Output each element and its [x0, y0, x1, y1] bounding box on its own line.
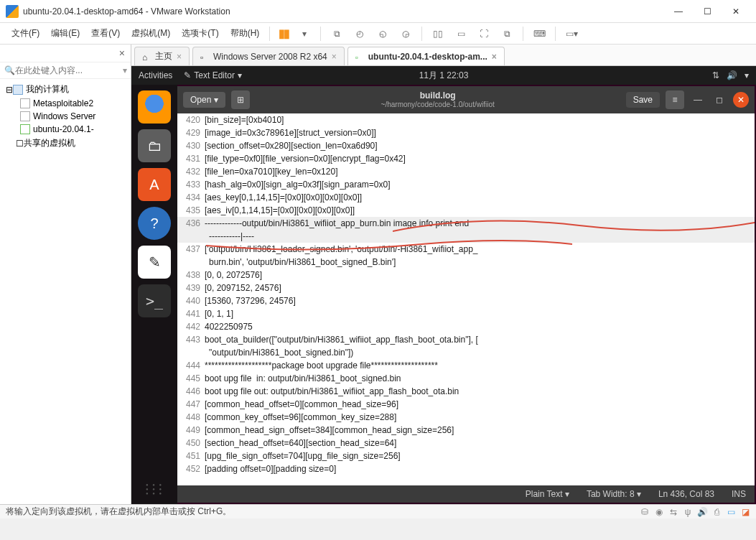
editor-line[interactable]: 444********************package boot upgr… — [177, 359, 755, 372]
vm-icon: ▫ — [200, 52, 209, 61]
editor-line[interactable]: 451[upg_file_sign_offset=704][upg_file_s… — [177, 450, 755, 462]
toolbar-btn-6[interactable]: ▭ — [451, 25, 471, 42]
dropdown-icon[interactable]: ▾ — [123, 65, 127, 75]
tree-vm-ubuntu[interactable]: ubuntu-20.04.1- — [0, 123, 131, 136]
hamburger-menu-icon[interactable]: ≡ — [666, 90, 684, 109]
minimize-icon[interactable]: — — [690, 92, 706, 108]
menu-file[interactable]: 文件(F) — [6, 24, 45, 42]
editor-line[interactable]: 432[file_len=0xa7010][key_len=0x120] — [177, 165, 755, 178]
maximize-icon[interactable]: ◻ — [711, 92, 727, 108]
dock-terminal-icon[interactable]: >_ — [138, 284, 171, 317]
sidebar-close-icon[interactable]: × — [116, 47, 128, 59]
device-net-icon[interactable]: ⇆ — [668, 507, 678, 517]
editor-line[interactable]: 449[common_head_sign_offset=384][common_… — [177, 424, 755, 437]
menu-vm[interactable]: 虚拟机(M) — [126, 24, 176, 42]
status-insert[interactable]: INS — [732, 489, 746, 499]
editor-line[interactable]: 435[aes_iv[0,1,14,15]=[0x0][0x0][0x0][0x… — [177, 204, 755, 217]
editor-line[interactable]: 450[section_head_offset=640][section_hea… — [177, 437, 755, 450]
tree-vm-windows[interactable]: Windows Server — [0, 110, 131, 123]
editor-line[interactable]: 446boot upg file out: output/bin/Hi3861_… — [177, 385, 755, 398]
gedit-text-area[interactable]: 420[bin_size]=[0xb4010]429[image_id=0x3c… — [177, 113, 755, 485]
device-hdd-icon[interactable]: ⛁ — [640, 507, 650, 517]
vmware-statusbar: 将输入定向到该虚拟机，请在虚拟机内部单击或按 Ctrl+G。 ⛁ ◉ ⇆ ψ 🔊… — [0, 504, 756, 518]
tree-mycomputer[interactable]: ⊟ 我的计算机 — [0, 82, 131, 97]
editor-line[interactable]: 439[0, 2097152, 24576] — [177, 281, 755, 294]
close-icon[interactable]: ✕ — [733, 92, 749, 108]
editor-line[interactable]: 441[0, 1, 1] — [177, 307, 755, 320]
close-icon[interactable]: × — [492, 52, 497, 62]
device-usb-icon[interactable]: ψ — [683, 507, 693, 517]
toolbar-btn-10[interactable]: ▭▾ — [561, 25, 582, 42]
network-icon[interactable]: ⇅ — [712, 70, 719, 80]
close-button[interactable]: ✕ — [722, 1, 750, 22]
ubuntu-desktop[interactable]: Activities ✎Text Editor▾ 11月 1 22:03 ⇅ 🔊… — [131, 66, 756, 504]
editor-line[interactable]: 429[image_id=0x3c78961e][struct_version=… — [177, 126, 755, 139]
activities-button[interactable]: Activities — [139, 70, 172, 80]
app-menu[interactable]: ✎Text Editor▾ — [184, 70, 242, 80]
tab-ubuntu[interactable]: ▫ubuntu-20.04.1-desktop-am...× — [347, 47, 505, 65]
status-language[interactable]: Plain Text ▾ — [526, 489, 569, 499]
editor-line[interactable]: 438[0, 0, 2072576] — [177, 269, 755, 281]
volume-icon[interactable]: 🔊 — [727, 70, 737, 80]
editor-line[interactable]: 452[padding offset=0][padding size=0] — [177, 462, 755, 475]
toolbar-btn-9[interactable]: ⌨ — [529, 25, 549, 42]
editor-line[interactable]: 443boot_ota_builder(["output/bin/Hi3861_… — [177, 333, 755, 346]
tree-vm-metasploit[interactable]: Metasploitable2 — [0, 97, 131, 110]
clock[interactable]: 11月 1 22:03 — [419, 70, 469, 82]
editor-line[interactable]: 430[section_offset=0x280][section_len=0x… — [177, 139, 755, 152]
editor-line[interactable]: 431[file_type=0xf0][file_version=0x0][en… — [177, 152, 755, 165]
dock-help-icon[interactable]: ? — [138, 207, 171, 240]
tab-home[interactable]: ⌂主页× — [134, 47, 190, 65]
search-input[interactable] — [15, 65, 123, 75]
pause-icon[interactable]: ▮▮ — [279, 27, 289, 40]
save-button[interactable]: Save — [626, 92, 660, 108]
device-display-icon[interactable]: ▭ — [726, 507, 736, 517]
editor-line[interactable]: 434[aes_key[0,1,14,15]=[0x0][0x0][0x0][0… — [177, 191, 755, 204]
tab-windows[interactable]: ▫Windows Server 2008 R2 x64× — [192, 47, 345, 65]
search-icon: 🔍 — [4, 65, 15, 75]
menu-help[interactable]: 帮助(H) — [225, 24, 266, 42]
editor-line[interactable]: 440[15360, 737296, 24576] — [177, 294, 755, 307]
toolbar-btn-2[interactable]: ◴ — [350, 25, 370, 42]
gedit-header: Open ▾ ⊞ build.log ~/harmony/code/code-1… — [177, 86, 755, 113]
editor-line[interactable]: 4424022250975 — [177, 320, 755, 333]
menu-view[interactable]: 查看(V) — [85, 24, 126, 42]
vm-on-icon — [20, 124, 30, 134]
minimize-button[interactable]: — — [664, 1, 693, 22]
dock-software-icon[interactable]: A — [138, 168, 171, 201]
vm-area: ⌂主页× ▫Windows Server 2008 R2 x64× ▫ubunt… — [131, 45, 756, 504]
toolbar-btn-3[interactable]: ◵ — [373, 25, 393, 42]
toolbar-btn-5[interactable]: ▯▯ — [428, 25, 448, 42]
device-cd-icon[interactable]: ◉ — [654, 507, 664, 517]
menu-edit[interactable]: 编辑(E) — [45, 24, 85, 42]
sidebar-search[interactable]: 🔍 ▾ — [0, 62, 131, 79]
tree-shared[interactable]: ☐ 共享的虚拟机 — [0, 136, 131, 151]
toolbar-btn-1[interactable]: ⧉ — [327, 25, 347, 42]
dock-apps-icon[interactable]: ● ● ●● ● ●● ● ● — [146, 483, 163, 495]
editor-line[interactable]: 445boot upg file in: output/bin/Hi3861_b… — [177, 372, 755, 385]
close-icon[interactable]: × — [177, 52, 182, 62]
device-misc-icon[interactable]: ◪ — [740, 507, 750, 517]
dock-files-icon[interactable]: 🗀 — [138, 129, 171, 162]
dropdown-icon[interactable]: ▾ — [294, 25, 314, 42]
menu-tabs[interactable]: 选项卡(T) — [176, 24, 224, 42]
editor-line[interactable]: 447[common_head_offset=0][common_head_si… — [177, 398, 755, 411]
device-sound-icon[interactable]: 🔊 — [697, 507, 707, 517]
toolbar-btn-8[interactable]: ⧉ — [497, 25, 517, 42]
new-tab-button[interactable]: ⊞ — [231, 90, 250, 109]
status-tabwidth[interactable]: Tab Width: 8 ▾ — [587, 489, 641, 499]
dock-firefox-icon[interactable] — [138, 90, 171, 124]
editor-line[interactable]: 420[bin_size]=[0xb4010] — [177, 113, 755, 126]
editor-line[interactable]: 433[hash_alg=0x0][sign_alg=0x3f][sign_pa… — [177, 178, 755, 191]
toolbar-btn-7[interactable]: ⛶ — [474, 25, 494, 42]
editor-line[interactable]: 437['output/bin/Hi3861_loader_signed.bin… — [177, 243, 755, 256]
power-icon[interactable]: ▾ — [745, 70, 749, 80]
editor-line[interactable]: 448[common_key_offset=96][common_key_siz… — [177, 411, 755, 424]
editor-line[interactable]: 436-------------output/bin/Hi3861_wifiio… — [177, 217, 755, 230]
maximize-button[interactable]: ☐ — [693, 1, 722, 22]
dock-texteditor-icon[interactable]: ✎ — [138, 246, 171, 279]
open-button[interactable]: Open ▾ — [183, 92, 225, 108]
toolbar-btn-4[interactable]: ◶ — [396, 25, 416, 42]
close-icon[interactable]: × — [332, 52, 337, 62]
device-printer-icon[interactable]: ⎙ — [711, 507, 722, 517]
